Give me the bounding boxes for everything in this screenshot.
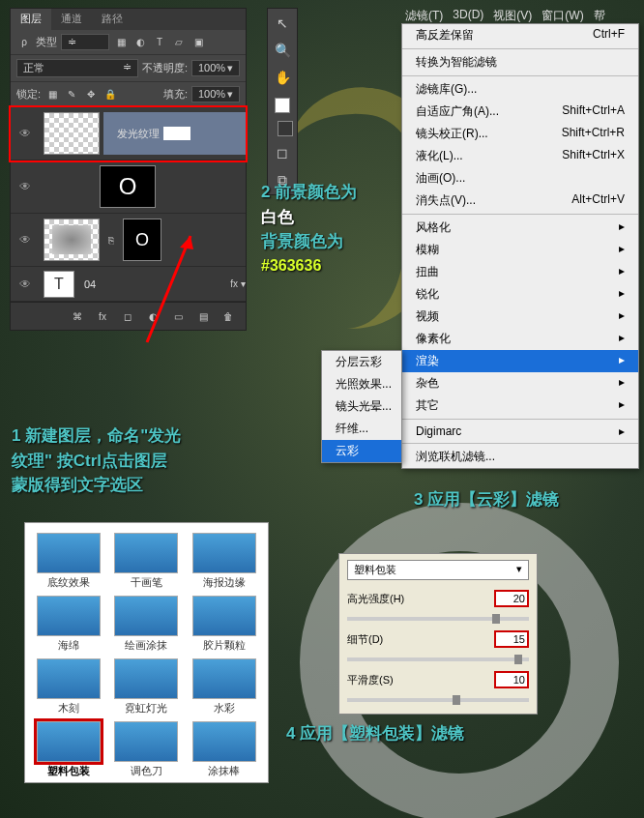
group-icon[interactable]: ▭	[170, 308, 186, 324]
tab-paths[interactable]: 路径	[92, 9, 132, 30]
menu-item[interactable]: 扭曲▸	[402, 261, 638, 283]
gallery-item[interactable]: 木刻	[35, 658, 102, 716]
visibility-icon[interactable]: 👁	[11, 278, 40, 291]
filter-adj-icon[interactable]: ◐	[132, 35, 148, 50]
opacity-label: 不透明度:	[142, 61, 188, 75]
move-tool-icon[interactable]: ↖	[272, 13, 293, 34]
filter-smart-icon[interactable]: ▣	[190, 35, 206, 50]
lock-transparent-icon[interactable]: ▦	[44, 87, 60, 102]
menu-item[interactable]: Digimarc▸	[402, 422, 638, 441]
annotation-step4: 4 应用【塑料包装】滤镜	[286, 721, 464, 746]
slider[interactable]	[347, 698, 529, 702]
setting-input[interactable]	[494, 590, 529, 607]
tools-strip: ↖ 🔍 ✋ ◻ ⧉	[267, 8, 298, 195]
adjustment-icon[interactable]: ◐	[145, 308, 161, 324]
hand-tool-icon[interactable]: ✋	[272, 67, 293, 88]
opacity-value[interactable]: 100%▾	[191, 60, 240, 76]
gallery-item[interactable]: 海报边缘	[190, 533, 258, 590]
gallery-item[interactable]: 霓虹灯光	[112, 658, 180, 716]
menu-item[interactable]: 风格化▸	[402, 217, 638, 239]
menu-item[interactable]: 模糊▸	[402, 239, 638, 261]
mask-thumb[interactable]	[163, 127, 190, 140]
menu-item[interactable]: 渲染▸	[402, 350, 638, 372]
link-layers-icon[interactable]: ⌘	[70, 308, 85, 324]
zoom-tool-icon[interactable]: 🔍	[272, 40, 293, 61]
menu-item[interactable]: 液化(L)...Shift+Ctrl+X	[402, 145, 638, 167]
layer-row-O-small[interactable]: 👁 ⎘ O	[11, 214, 246, 267]
menu-item[interactable]: 消失点(V)...Alt+Ctrl+V	[402, 190, 638, 212]
submenu-item[interactable]: 纤维...	[322, 418, 401, 440]
mask-button-icon[interactable]: ◻	[120, 308, 135, 324]
menu-item[interactable]: 浏览联机滤镜...	[402, 446, 638, 468]
link-icon[interactable]: ⎘	[103, 232, 119, 248]
layers-panel: 图层 通道 路径 ρ 类型 ≑ ▦ ◐ T ▱ ▣ 正常≑ 不透明度: 100%…	[10, 8, 247, 331]
menu-item[interactable]: 视频▸	[402, 306, 638, 328]
layer-list: 👁 发光纹理 👁 O 👁 ⎘ O 👁 T 04 fx ▾	[11, 107, 246, 302]
quickmask-icon[interactable]: ◻	[272, 142, 293, 163]
menu-item[interactable]: 镜头校正(R)...Shift+Ctrl+R	[402, 123, 638, 145]
lock-position-icon[interactable]: ✥	[83, 87, 99, 102]
visibility-icon[interactable]: 👁	[11, 180, 40, 193]
gallery-item[interactable]: 底纹效果	[35, 533, 102, 590]
menu-item[interactable]: 锐化▸	[402, 283, 638, 306]
layer-name: 发光纹理	[117, 127, 160, 141]
layer-thumb[interactable]	[44, 112, 100, 155]
menu-item[interactable]: 杂色▸	[402, 372, 638, 394]
layer-row-04[interactable]: 👁 T 04 fx ▾	[11, 267, 246, 302]
gallery-item[interactable]: 干画笔	[112, 533, 180, 590]
menu-item[interactable]: 自适应广角(A)...Shift+Ctrl+A	[402, 101, 638, 123]
annotation-step3: 3 应用【云彩】滤镜	[414, 487, 559, 512]
filter-type-icon[interactable]: ρ	[16, 35, 32, 50]
tab-channels[interactable]: 通道	[51, 9, 92, 30]
mask-O-large[interactable]: O	[100, 165, 156, 208]
submenu-item[interactable]: 云彩	[322, 440, 401, 462]
panel-footer: ⌘ fx ◻ ◐ ▭ ▤ 🗑	[11, 302, 246, 330]
fill-value[interactable]: 100%▾	[191, 86, 240, 102]
panel-tabs: 图层 通道 路径	[11, 9, 246, 30]
lock-pixels-icon[interactable]: ✎	[64, 87, 79, 102]
gallery-item[interactable]: 绘画涂抹	[112, 596, 180, 653]
background-color-swatch[interactable]	[278, 121, 293, 136]
menu-item[interactable]: 高反差保留Ctrl+F	[402, 24, 638, 46]
type-dropdown[interactable]: ≑	[61, 34, 109, 50]
gallery-item[interactable]: 海绵	[35, 596, 102, 653]
menu-item[interactable]: 转换为智能滤镜	[402, 51, 638, 73]
gallery-item[interactable]: 调色刀	[112, 721, 180, 778]
menu-item[interactable]: 滤镜库(G)...	[402, 78, 638, 101]
mask-O-small[interactable]: O	[123, 219, 161, 261]
setting-input[interactable]	[494, 671, 529, 688]
new-layer-icon[interactable]: ▤	[195, 308, 211, 324]
gallery-item[interactable]: 涂抹棒	[190, 721, 258, 778]
visibility-icon[interactable]: 👁	[11, 127, 40, 140]
annotation-step2: 2 前景颜色为 白色 背景颜色为 #363636	[261, 180, 357, 278]
fx-icon[interactable]: fx ▾	[230, 277, 246, 292]
menu-item[interactable]: 像素化▸	[402, 328, 638, 350]
filter-name-dropdown[interactable]: 塑料包装▾	[347, 560, 529, 580]
filter-text-icon[interactable]: T	[152, 35, 167, 50]
submenu-item[interactable]: 分层云彩	[322, 351, 401, 373]
menu-item[interactable]: 其它▸	[402, 394, 638, 417]
layer-row-O-big[interactable]: 👁 O	[11, 161, 246, 214]
menu-item[interactable]: 油画(O)...	[402, 167, 638, 190]
slider[interactable]	[347, 657, 529, 661]
setting-input[interactable]	[494, 630, 529, 648]
visibility-icon[interactable]: 👁	[11, 233, 40, 247]
setting-label: 高光强度(H)	[347, 592, 404, 606]
filter-shape-icon[interactable]: ▱	[171, 35, 187, 50]
blend-mode-dropdown[interactable]: 正常≑	[16, 59, 138, 77]
filter-menu: 高反差保留Ctrl+F转换为智能滤镜滤镜库(G)...自适应广角(A)...Sh…	[401, 23, 639, 469]
submenu-item[interactable]: 镜头光晕...	[322, 395, 401, 418]
filter-img-icon[interactable]: ▦	[113, 35, 129, 50]
fx-button-icon[interactable]: fx	[95, 308, 110, 324]
trash-icon[interactable]: 🗑	[220, 308, 236, 324]
lock-all-icon[interactable]: 🔒	[102, 87, 118, 102]
gallery-item[interactable]: 胶片颗粒	[190, 596, 258, 653]
foreground-color-swatch[interactable]	[275, 98, 290, 113]
slider[interactable]	[347, 617, 529, 621]
layer-row-glow-texture[interactable]: 👁 发光纹理	[11, 107, 246, 161]
layer-thumb[interactable]	[44, 219, 100, 261]
tab-layers[interactable]: 图层	[11, 9, 51, 30]
submenu-item[interactable]: 光照效果...	[322, 373, 401, 395]
gallery-item[interactable]: 水彩	[190, 658, 258, 716]
gallery-item[interactable]: 塑料包装	[35, 721, 102, 778]
